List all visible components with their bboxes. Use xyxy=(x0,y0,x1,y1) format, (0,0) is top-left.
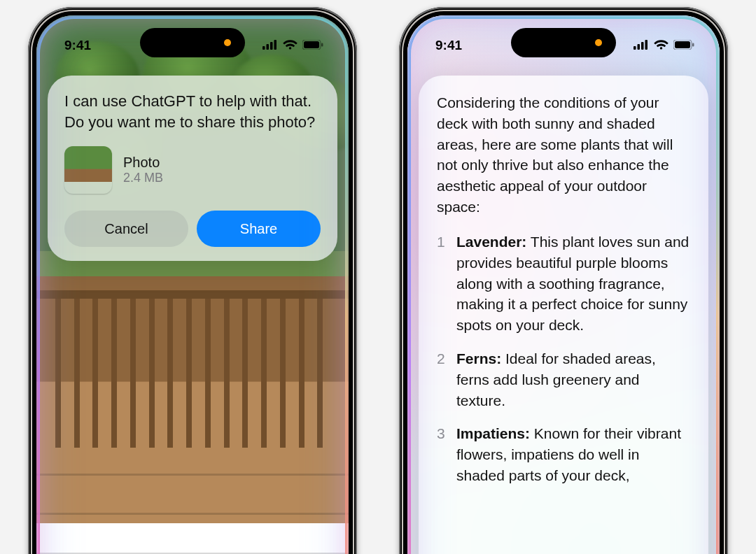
svg-rect-3 xyxy=(274,40,277,50)
svg-rect-2 xyxy=(270,42,273,50)
list-number: 2 xyxy=(437,348,448,411)
siri-prompt-text: I can use ChatGPT to help with that. Do … xyxy=(64,91,321,132)
plant-item: 2 Ferns: Ideal for shaded areas, ferns a… xyxy=(437,348,690,411)
phone-right: 9:41 Considering the conditions of your … xyxy=(399,7,728,554)
status-icons xyxy=(634,38,694,53)
status-icons xyxy=(262,38,323,53)
battery-icon xyxy=(673,38,694,53)
screen-right: 9:41 Considering the conditions of your … xyxy=(407,15,720,554)
wifi-icon xyxy=(283,38,298,53)
response-intro: Considering the conditions of your deck … xyxy=(437,92,690,218)
svg-rect-1 xyxy=(267,44,270,50)
list-number: 3 xyxy=(437,423,448,485)
status-time: 9:41 xyxy=(435,38,462,53)
plant-item: 1 Lavender: This plant loves sun and pro… xyxy=(437,232,690,336)
svg-rect-9 xyxy=(641,42,644,50)
plant-name: Ferns: xyxy=(456,350,501,367)
svg-rect-10 xyxy=(645,40,648,50)
siri-indicator-dot xyxy=(595,39,602,46)
svg-rect-5 xyxy=(304,41,319,48)
cellular-icon xyxy=(262,38,278,53)
cancel-button[interactable]: Cancel xyxy=(64,211,188,247)
dynamic-island xyxy=(511,28,616,57)
siri-indicator-dot xyxy=(224,39,231,46)
attachment-title: Photo xyxy=(123,155,163,171)
dynamic-island xyxy=(140,28,245,57)
phone-left: 9:41 I can use ChatGPT to help with that… xyxy=(28,7,357,554)
siri-share-prompt-card: I can use ChatGPT to help with that. Do … xyxy=(48,76,337,261)
svg-rect-13 xyxy=(692,43,694,47)
chatgpt-response-card[interactable]: Considering the conditions of your deck … xyxy=(419,76,708,554)
share-button[interactable]: Share xyxy=(197,211,321,247)
photo-thumbnail xyxy=(64,146,112,194)
photo-attachment: Photo 2.4 MB xyxy=(64,146,321,194)
plant-list: 1 Lavender: This plant loves sun and pro… xyxy=(437,232,690,486)
svg-rect-12 xyxy=(675,41,690,48)
wifi-icon xyxy=(654,38,668,53)
svg-rect-6 xyxy=(321,43,323,47)
svg-rect-0 xyxy=(262,46,265,50)
status-time: 9:41 xyxy=(64,38,91,53)
svg-rect-7 xyxy=(634,46,636,50)
plant-item: 3 Impatiens: Known for their vibrant flo… xyxy=(437,423,690,485)
battery-icon xyxy=(302,38,323,53)
list-number: 1 xyxy=(437,232,448,336)
attachment-size: 2.4 MB xyxy=(123,171,163,185)
cellular-icon xyxy=(634,38,649,53)
plant-name: Lavender: xyxy=(456,234,526,250)
screen-left: 9:41 I can use ChatGPT to help with that… xyxy=(36,15,349,554)
svg-rect-8 xyxy=(638,44,640,50)
plant-name: Impatiens: xyxy=(456,425,530,441)
